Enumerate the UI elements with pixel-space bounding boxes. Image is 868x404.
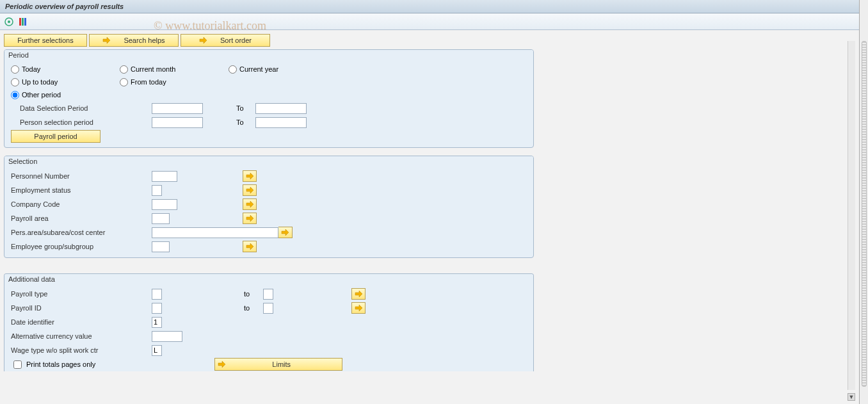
employee-group-label: Employee group/subgroup: [11, 243, 152, 250]
app-window: Periodic overview of payroll results © w…: [0, 0, 868, 404]
radio-current-month[interactable]: Current month: [120, 65, 229, 74]
radio-from-today-label: From today: [131, 78, 166, 86]
arrow-right-icon: [246, 173, 254, 180]
print-totals-label: Print totals pages only: [26, 360, 95, 368]
data-selection-to-input[interactable]: [255, 103, 307, 114]
radio-up-to-today-label: Up to today: [22, 78, 58, 86]
svg-rect-4: [24, 18, 26, 26]
payroll-type-from-input[interactable]: [152, 289, 162, 300]
execute-icon[interactable]: [4, 17, 14, 27]
employee-group-multi-button[interactable]: [243, 241, 257, 252]
print-totals-checkbox[interactable]: [13, 360, 22, 369]
alt-currency-label: Alternative currency value: [11, 332, 152, 340]
payroll-id-multi-button[interactable]: [351, 302, 366, 314]
arrow-right-icon: [355, 305, 363, 312]
payroll-area-input[interactable]: [152, 213, 170, 224]
radio-current-year[interactable]: Current year: [229, 65, 337, 74]
radio-current-month-label: Current month: [131, 65, 175, 73]
period-group-title: Period: [4, 50, 533, 60]
payroll-period-label: Payroll period: [34, 133, 77, 140]
payroll-area-label: Payroll area: [11, 214, 152, 222]
personnel-number-input[interactable]: [152, 171, 177, 182]
data-selection-to-label: To: [236, 104, 255, 112]
limits-label: Limits: [226, 360, 337, 368]
arrow-right-icon: [246, 243, 254, 250]
radio-up-to-today[interactable]: Up to today: [11, 78, 120, 86]
payroll-type-to-label: to: [244, 290, 263, 298]
arrow-right-icon: [218, 361, 226, 368]
svg-rect-3: [22, 18, 24, 26]
pers-area-multi-button[interactable]: [278, 227, 293, 238]
person-selection-from-input[interactable]: [152, 117, 203, 128]
top-button-row: Further selections Search helps Sort ord…: [4, 34, 864, 47]
radio-today[interactable]: Today: [11, 65, 120, 74]
arrow-right-icon: [246, 201, 254, 208]
sort-order-label: Sort order: [220, 36, 252, 44]
search-helps-button[interactable]: Search helps: [89, 34, 179, 47]
additional-data-title: Additional data: [4, 274, 533, 284]
radio-other-period[interactable]: Other period: [11, 91, 120, 99]
company-code-multi-button[interactable]: [243, 198, 257, 210]
selection-group-title: Selection: [4, 156, 533, 166]
payroll-id-label: Payroll ID: [11, 304, 152, 312]
pers-area-input[interactable]: [152, 227, 278, 238]
data-selection-from-input[interactable]: [152, 103, 203, 114]
arrow-right-icon: [246, 215, 254, 222]
payroll-type-label: Payroll type: [11, 290, 152, 298]
radio-other-period-label: Other period: [22, 91, 61, 99]
arrow-right-icon: [102, 37, 111, 44]
selection-group: Selection Personnel Number Employment st…: [4, 156, 534, 258]
person-selection-to-label: To: [236, 118, 255, 126]
wage-type-input[interactable]: [152, 345, 162, 356]
further-selections-label: Further selections: [17, 36, 73, 44]
radio-from-today[interactable]: From today: [120, 78, 229, 86]
employment-status-input[interactable]: [152, 185, 162, 196]
employee-group-input[interactable]: [152, 241, 170, 252]
arrow-right-icon: [199, 37, 207, 44]
employment-status-label: Employment status: [11, 186, 152, 194]
radio-today-label: Today: [22, 65, 40, 73]
payroll-area-multi-button[interactable]: [243, 213, 257, 224]
scrollbar-track[interactable]: [848, 41, 855, 390]
alt-currency-input[interactable]: [152, 331, 182, 342]
limits-button[interactable]: Limits: [214, 358, 342, 371]
wage-type-label: Wage type w/o split work ctr: [11, 346, 152, 354]
sort-order-button[interactable]: Sort order: [181, 34, 270, 47]
additional-data-group: Additional data Payroll type to Payroll …: [4, 273, 534, 371]
personnel-number-label: Personnel Number: [11, 172, 152, 180]
title-bar: Periodic overview of payroll results: [0, 0, 868, 13]
payroll-type-multi-button[interactable]: [351, 288, 366, 300]
employment-status-multi-button[interactable]: [243, 184, 257, 196]
data-selection-period-label: Data Selection Period: [11, 104, 152, 112]
arrow-right-icon: [355, 291, 363, 298]
date-identifier-input[interactable]: [152, 317, 162, 328]
payroll-id-to-input[interactable]: [263, 303, 273, 314]
payroll-period-button[interactable]: Payroll period: [11, 130, 100, 143]
further-selections-button[interactable]: Further selections: [4, 34, 87, 47]
person-selection-period-label: Person selection period: [11, 118, 152, 126]
period-group: Period Today Current month Current year …: [4, 49, 534, 148]
scroll-down-button[interactable]: ▼: [848, 393, 855, 401]
person-selection-to-input[interactable]: [255, 117, 307, 128]
page-title: Periodic overview of payroll results: [5, 3, 124, 10]
app-toolbar: [0, 13, 868, 30]
company-code-input[interactable]: [152, 199, 177, 210]
payroll-type-to-input[interactable]: [263, 289, 273, 300]
svg-point-1: [8, 20, 10, 23]
date-identifier-label: Date identifier: [11, 318, 152, 326]
company-code-label: Company Code: [11, 200, 152, 208]
arrow-right-icon: [246, 187, 254, 194]
content-area: Further selections Search helps Sort ord…: [0, 30, 868, 375]
variant-icon[interactable]: [18, 17, 28, 27]
right-rail-grip[interactable]: [862, 41, 867, 387]
svg-rect-2: [19, 18, 21, 26]
pers-area-label: Pers.area/subarea/cost center: [11, 229, 152, 236]
right-rail: [859, 0, 868, 404]
payroll-id-to-label: to: [244, 304, 263, 312]
personnel-number-multi-button[interactable]: [243, 170, 257, 182]
arrow-right-icon: [281, 229, 289, 236]
payroll-id-from-input[interactable]: [152, 303, 162, 314]
search-helps-label: Search helps: [124, 36, 165, 44]
radio-current-year-label: Current year: [239, 65, 278, 73]
